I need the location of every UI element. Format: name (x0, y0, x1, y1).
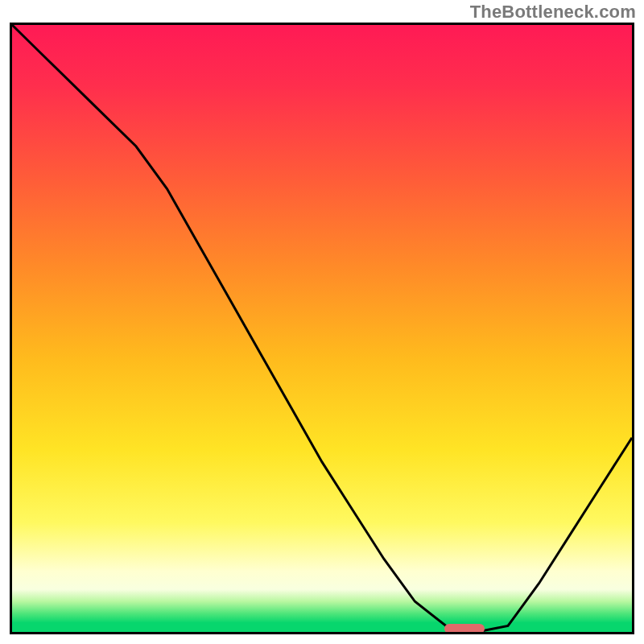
optimal-marker (444, 624, 485, 634)
chart-root: TheBottleneck.com (0, 0, 644, 644)
watermark-text: TheBottleneck.com (470, 2, 636, 23)
plot-frame (10, 23, 634, 634)
bottleneck-curve (12, 25, 632, 632)
